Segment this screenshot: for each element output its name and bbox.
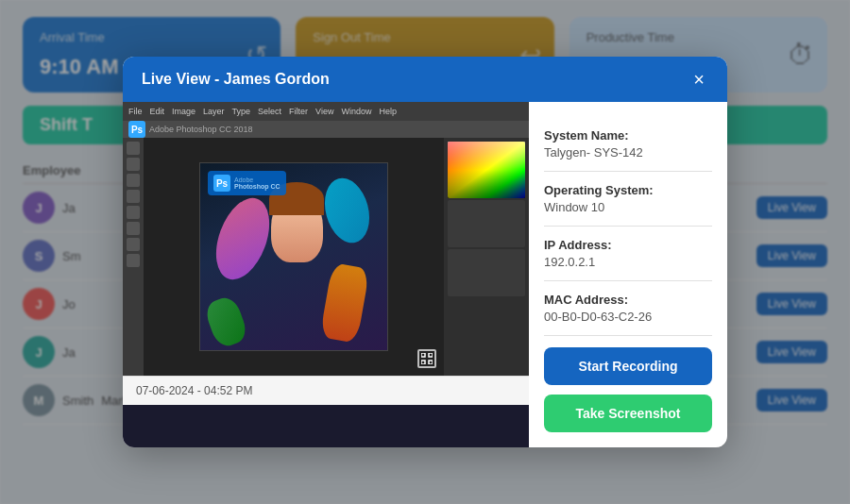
system-name-value: Talygen- SYS-142	[544, 145, 712, 160]
ps-menu-type: Type	[232, 107, 251, 116]
ps-toolbar	[123, 138, 144, 376]
ps-menu-filter: Filter	[289, 107, 308, 116]
preview-timestamp: 07-06-2024 - 04:52 PM	[123, 376, 529, 405]
mac-label: MAC Address:	[544, 293, 712, 307]
ps-logo-badge: Ps	[128, 121, 145, 138]
live-view-modal: Live View - James Gordon × File Edit Ima…	[123, 57, 727, 447]
ps-canvas: Ps Adobe Photoshop CC	[199, 162, 388, 351]
ps-tool-5	[127, 206, 140, 219]
ps-menu-help: Help	[379, 107, 397, 116]
ps-color-overlay	[448, 142, 525, 198]
screen-preview: File Edit Image Layer Type Select Filter…	[123, 102, 529, 376]
ps-splash-badge: Ps Adobe Photoshop CC	[208, 171, 286, 195]
ps-panel-2	[448, 249, 525, 296]
fullscreen-icon	[417, 349, 436, 368]
ps-panels	[444, 138, 529, 376]
ps-tool-3	[127, 174, 140, 187]
ps-app-title: Adobe Photoshop CC 2018	[149, 125, 253, 134]
system-name-label: System Name:	[544, 128, 712, 143]
ps-menu-select: Select	[258, 107, 281, 116]
ip-label: IP Address:	[544, 238, 712, 252]
ps-menu-file: File	[128, 107, 143, 116]
ps-canvas-area: Ps Adobe Photoshop CC	[144, 138, 444, 376]
ip-value: 192.0.2.1	[544, 255, 712, 269]
mac-value: 00-B0-D0-63-C2-26	[544, 310, 712, 324]
ps-menu-image: Image	[172, 107, 196, 116]
ps-badge-ps: Ps	[213, 175, 230, 192]
ps-panel-1	[448, 200, 525, 247]
ps-tool-1	[127, 142, 140, 155]
os-row: Operating System: Window 10	[544, 172, 712, 227]
os-value: Window 10	[544, 200, 712, 214]
ps-menu-edit: Edit	[150, 107, 165, 116]
modal-close-button[interactable]: ×	[689, 70, 708, 89]
ps-color-panel	[448, 142, 525, 198]
ps-menubar: File Edit Image Layer Type Select Filter…	[123, 102, 529, 121]
modal-title: Live View - James Gordon	[142, 71, 330, 88]
ps-tool-2	[127, 158, 140, 171]
photoshop-mock: File Edit Image Layer Type Select Filter…	[123, 102, 529, 376]
ps-splash-image: Ps Adobe Photoshop CC	[200, 163, 387, 350]
svg-rect-3	[429, 361, 433, 364]
fullscreen-svg	[421, 353, 433, 364]
ps-workspace: Ps Adobe Photoshop CC	[123, 138, 529, 376]
os-label: Operating System:	[544, 183, 712, 197]
ps-brand: Adobe	[234, 176, 280, 183]
svg-rect-2	[421, 361, 425, 364]
modal-overlay: Live View - James Gordon × File Edit Ima…	[0, 0, 850, 504]
system-name-row: System Name: Talygen- SYS-142	[544, 117, 712, 172]
mac-row: MAC Address: 00-B0-D0-63-C2-26	[544, 281, 712, 336]
system-info-panel: System Name: Talygen- SYS-142 Operating …	[529, 102, 727, 447]
ps-version-text: Adobe Photoshop CC	[234, 176, 280, 190]
modal-header: Live View - James Gordon ×	[123, 57, 727, 102]
start-recording-button[interactable]: Start Recording	[544, 347, 712, 385]
action-buttons: Start Recording Take Screenshot	[544, 347, 712, 432]
screen-preview-panel: File Edit Image Layer Type Select Filter…	[123, 102, 529, 447]
ps-tool-7	[127, 238, 140, 251]
ps-logo-bar: Ps Adobe Photoshop CC 2018	[123, 121, 529, 138]
ps-menu-view: View	[315, 107, 333, 116]
ps-menu-layer: Layer	[203, 107, 225, 116]
take-screenshot-button[interactable]: Take Screenshot	[544, 395, 712, 432]
ps-product: Photoshop CC	[234, 183, 280, 190]
ps-tool-8	[127, 254, 140, 267]
modal-body: File Edit Image Layer Type Select Filter…	[123, 102, 727, 447]
ps-tool-4	[127, 190, 140, 203]
svg-rect-1	[429, 353, 433, 357]
ip-row: IP Address: 192.0.2.1	[544, 227, 712, 281]
svg-rect-0	[421, 353, 425, 357]
ps-tool-6	[127, 222, 140, 235]
ps-menu-window: Window	[341, 107, 371, 116]
